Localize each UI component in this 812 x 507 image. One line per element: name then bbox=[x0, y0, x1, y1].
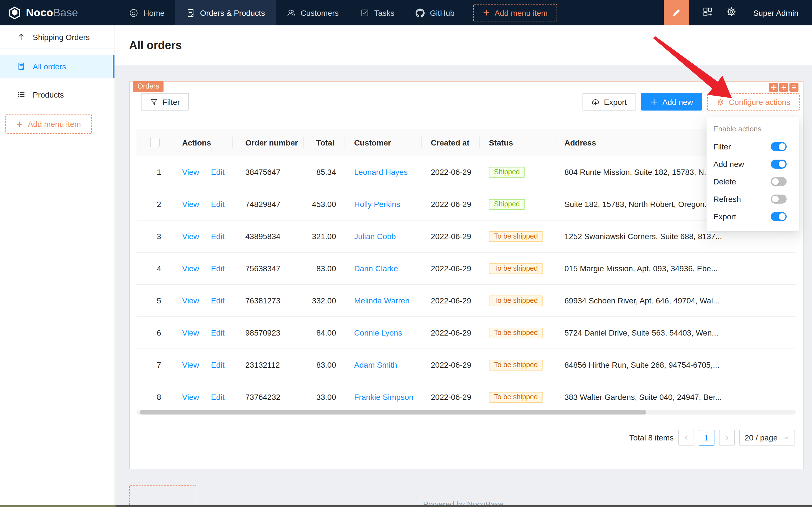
ui-editor-button[interactable] bbox=[664, 0, 689, 25]
logo-text: NocoBase bbox=[26, 6, 78, 19]
cell-total: 83.00 bbox=[304, 360, 345, 370]
add-new-button[interactable]: Add new bbox=[641, 93, 702, 111]
customer-link[interactable]: Darin Clarke bbox=[354, 264, 398, 273]
view-link[interactable]: View bbox=[182, 328, 199, 337]
nav-item-home[interactable]: Home bbox=[119, 0, 175, 25]
column-header-select bbox=[136, 129, 176, 156]
toggle-refresh[interactable] bbox=[771, 194, 787, 203]
pagination: Total 8 items 1 20 / page bbox=[629, 430, 795, 446]
top-navbar: NocoBase HomeOrders & ProductsCustomersT… bbox=[0, 0, 812, 25]
table-action-bar: Filter Export Add new Configure actions bbox=[141, 93, 800, 111]
dropdown-item-refresh[interactable]: Refresh bbox=[706, 190, 799, 208]
dropdown-item-delete[interactable]: Delete bbox=[706, 173, 799, 190]
desktop-wallpaper-sliver bbox=[0, 505, 116, 507]
cell-status: To be shipped bbox=[480, 295, 556, 306]
action-divider bbox=[205, 329, 205, 337]
table-row: 2ViewEdit74829847453.00Holly Perkins2022… bbox=[136, 188, 796, 221]
edit-link[interactable]: Edit bbox=[211, 296, 224, 305]
column-header-customer: Customer bbox=[345, 129, 422, 156]
select-all-checkbox[interactable] bbox=[150, 137, 160, 147]
dropdown-item-add-new[interactable]: Add new bbox=[706, 155, 799, 173]
navbar-add-menu-item-button[interactable]: Add menu item bbox=[473, 4, 557, 21]
customer-link[interactable]: Leonard Hayes bbox=[354, 168, 408, 176]
edit-link[interactable]: Edit bbox=[211, 393, 224, 401]
user-menu[interactable]: Super Admin bbox=[753, 8, 799, 17]
plugin-manager-button[interactable] bbox=[703, 6, 713, 19]
view-link[interactable]: View bbox=[182, 232, 199, 241]
view-link[interactable]: View bbox=[182, 200, 199, 209]
configure-actions-label: Configure actions bbox=[729, 97, 790, 106]
sidebar-item-all-orders[interactable]: All orders bbox=[0, 55, 114, 78]
cell-row-index: 1 bbox=[136, 168, 176, 176]
dropdown-item-export[interactable]: Export bbox=[706, 208, 799, 225]
edit-link[interactable]: Edit bbox=[211, 232, 224, 241]
nav-item-orders-products[interactable]: Orders & Products bbox=[175, 0, 276, 25]
cell-status: To be shipped bbox=[480, 392, 556, 402]
dropdown-item-filter[interactable]: Filter bbox=[706, 137, 799, 155]
customer-link[interactable]: Holly Perkins bbox=[354, 200, 400, 209]
dropdown-item-label: Add new bbox=[713, 159, 744, 168]
column-header-created-at: Created at bbox=[422, 129, 480, 156]
cell-actions: ViewEdit bbox=[176, 296, 233, 305]
designer-move-button[interactable] bbox=[769, 83, 778, 92]
cell-order-number: 73764232 bbox=[233, 393, 304, 401]
designer-plus-button[interactable] bbox=[779, 83, 788, 92]
view-link[interactable]: View bbox=[182, 264, 199, 273]
cell-customer: Holly Perkins bbox=[345, 200, 422, 209]
column-header-label: Total bbox=[316, 138, 334, 147]
toggle-knob bbox=[779, 213, 786, 220]
edit-link[interactable]: Edit bbox=[211, 360, 224, 370]
edit-link[interactable]: Edit bbox=[211, 264, 224, 273]
toggle-delete[interactable] bbox=[771, 177, 787, 186]
column-header-label: Created at bbox=[431, 138, 469, 147]
table-action-bar-right: Export Add new Configure actions bbox=[582, 93, 800, 111]
page-size-select[interactable]: 20 / page bbox=[739, 430, 795, 446]
configure-actions-dropdown: Enable actions FilterAdd newDeleteRefres… bbox=[706, 117, 799, 231]
view-link[interactable]: View bbox=[182, 296, 199, 305]
status-badge: To be shipped bbox=[489, 263, 543, 274]
nav-item-tasks[interactable]: Tasks bbox=[349, 0, 405, 25]
customer-link[interactable]: Frankie Simpson bbox=[354, 393, 413, 401]
status-badge: To be shipped bbox=[489, 231, 543, 242]
column-header-label: Order number bbox=[245, 138, 298, 147]
edit-link[interactable]: Edit bbox=[211, 168, 224, 176]
cell-created-at: 2022-06-29 bbox=[422, 328, 480, 337]
settings-button[interactable] bbox=[726, 6, 737, 19]
toggle-filter[interactable] bbox=[771, 142, 787, 151]
customer-link[interactable]: Connie Lyons bbox=[354, 328, 402, 337]
sidebar-item-shipping-orders[interactable]: Shipping Orders bbox=[0, 25, 114, 49]
horizontal-scrollbar-thumb[interactable] bbox=[140, 410, 646, 414]
view-link[interactable]: View bbox=[182, 168, 199, 176]
edit-link[interactable]: Edit bbox=[211, 200, 224, 209]
sidebar-item-products[interactable]: Products bbox=[0, 83, 114, 106]
cell-address: 015 Margie Mission, Apt. 093, 34936, Ebe… bbox=[556, 264, 730, 273]
view-link[interactable]: View bbox=[182, 393, 199, 401]
toggle-add-new[interactable] bbox=[771, 159, 787, 168]
nocobase-logo[interactable]: NocoBase bbox=[0, 0, 84, 25]
sidebar-add-menu-item-button[interactable]: Add menu item bbox=[5, 114, 92, 134]
pagination-page-1[interactable]: 1 bbox=[698, 430, 714, 446]
export-button-label: Export bbox=[604, 97, 627, 106]
nav-item-github[interactable]: GitHub bbox=[405, 0, 465, 25]
plus-icon bbox=[16, 120, 23, 128]
toggle-export[interactable] bbox=[771, 212, 787, 221]
action-divider bbox=[205, 361, 205, 369]
designer-menu-button[interactable] bbox=[790, 83, 799, 92]
column-header-label: Status bbox=[489, 138, 513, 147]
edit-link[interactable]: Edit bbox=[211, 328, 224, 337]
view-link[interactable]: View bbox=[182, 360, 199, 370]
table-row: 5ViewEdit76381273332.00Melinda Warren202… bbox=[136, 285, 796, 317]
customer-link[interactable]: Adam Smith bbox=[354, 360, 397, 370]
column-header-status: Status bbox=[480, 129, 556, 156]
export-button[interactable]: Export bbox=[582, 93, 636, 111]
file-done-icon bbox=[17, 62, 25, 70]
customer-link[interactable]: Julian Cobb bbox=[354, 232, 396, 241]
pagination-next-button[interactable] bbox=[719, 430, 735, 446]
pagination-prev-button[interactable] bbox=[678, 430, 694, 446]
nav-item-customers[interactable]: Customers bbox=[276, 0, 349, 25]
column-header-label: Address bbox=[565, 138, 596, 147]
configure-actions-button[interactable]: Configure actions bbox=[707, 93, 800, 111]
filter-button[interactable]: Filter bbox=[141, 93, 189, 111]
customer-link[interactable]: Melinda Warren bbox=[354, 296, 410, 305]
cell-address: 1252 Swaniawski Corners, Suite 688, 8137… bbox=[556, 232, 730, 241]
